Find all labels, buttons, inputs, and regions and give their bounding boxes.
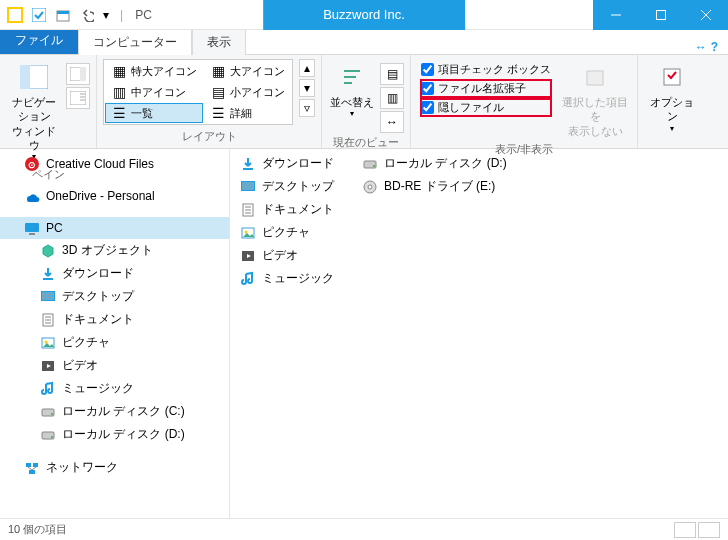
svg-point-56: [373, 165, 375, 167]
svg-rect-10: [20, 65, 30, 89]
nav-tree[interactable]: ⊙Creative Cloud FilesOneDrive - Personal…: [0, 149, 230, 518]
cc-icon: ⊙: [24, 156, 40, 172]
content-label: ピクチャ: [262, 224, 310, 241]
tree-item[interactable]: ネットワーク: [0, 456, 229, 479]
checkbox-icon[interactable]: [421, 101, 434, 114]
chevron-down-icon: ▾: [350, 109, 354, 119]
tree-item[interactable]: 3D オブジェクト: [0, 239, 229, 262]
tree-label: ローカル ディスク (C:): [62, 403, 185, 420]
disk-icon: [40, 427, 56, 443]
doc-icon: [240, 202, 256, 218]
tree-label: OneDrive - Personal: [46, 189, 155, 203]
svg-point-37: [51, 413, 53, 415]
bd-icon: [362, 179, 378, 195]
options-label: オプション: [646, 95, 698, 124]
preview-pane-button[interactable]: [66, 63, 90, 85]
content-item[interactable]: ピクチャ: [240, 224, 334, 241]
expand-ribbon-icon[interactable]: ↔: [695, 40, 707, 54]
content-item[interactable]: ビデオ: [240, 247, 334, 264]
svg-rect-12: [80, 67, 86, 81]
layout-gallery[interactable]: ▦特大アイコン ▦大アイコン ▥中アイコン ▤小アイコン ☰一覧 ☰詳細: [103, 59, 293, 125]
tree-label: ミュージック: [62, 380, 134, 397]
sort-label: 並べ替え: [330, 95, 374, 109]
content-label: ダウンロード: [262, 155, 334, 172]
qat-undo-icon[interactable]: [76, 4, 98, 26]
checkbox-icon[interactable]: [421, 82, 434, 95]
add-columns-button[interactable]: ▥: [380, 87, 404, 109]
tree-label: Creative Cloud Files: [46, 157, 154, 171]
chk-file-extensions[interactable]: ファイル名拡張子: [421, 80, 551, 97]
help-icon[interactable]: ?: [711, 40, 718, 54]
group-show-hide: 項目チェック ボックス ファイル名拡張子 隠しファイル 選択した項目を 表示しな…: [411, 55, 638, 148]
content-pane[interactable]: ダウンロードデスクトップドキュメントピクチャビデオミュージック ローカル ディス…: [230, 149, 728, 518]
maximize-button[interactable]: [638, 0, 683, 30]
svg-rect-41: [33, 463, 38, 467]
tree-item[interactable]: ピクチャ: [0, 331, 229, 354]
chk-hidden-files[interactable]: 隠しファイル: [421, 99, 551, 116]
layout-medium-icons[interactable]: ▥中アイコン: [105, 82, 203, 102]
doc-icon: [40, 312, 56, 328]
music-icon: [40, 381, 56, 397]
tree-item[interactable]: ダウンロード: [0, 262, 229, 285]
layout-xl-icons[interactable]: ▦特大アイコン: [105, 61, 203, 81]
content-item[interactable]: BD-RE ドライブ (E:): [362, 178, 507, 195]
qat-check-icon[interactable]: [28, 4, 50, 26]
quick-access-toolbar: ▾: [0, 4, 116, 26]
video-icon: [40, 358, 56, 374]
group-by-button[interactable]: ▤: [380, 63, 404, 85]
checkbox-icon[interactable]: [421, 63, 434, 76]
qat-dropdown-icon[interactable]: ▾: [100, 4, 112, 26]
music-icon: [240, 271, 256, 287]
layout-scroll-down[interactable]: ▾: [299, 79, 315, 97]
tree-item[interactable]: ローカル ディスク (D:): [0, 423, 229, 446]
sort-button[interactable]: 並べ替え ▾: [328, 59, 376, 122]
tree-item[interactable]: OneDrive - Personal: [0, 185, 229, 207]
layout-more[interactable]: ▿: [299, 99, 315, 117]
help-area[interactable]: ↔ ?: [685, 40, 728, 54]
layout-details[interactable]: ☰詳細: [204, 103, 291, 123]
layout-list[interactable]: ☰一覧: [105, 103, 203, 123]
content-item[interactable]: ローカル ディスク (D:): [362, 155, 507, 172]
content-label: ミュージック: [262, 270, 334, 287]
chk-item-checkboxes[interactable]: 項目チェック ボックス: [421, 61, 551, 78]
layout-scroll-up[interactable]: ▴: [299, 59, 315, 77]
brand-title: Buzzword Inc.: [263, 0, 465, 30]
svg-rect-42: [29, 470, 35, 474]
options-icon: [656, 61, 688, 93]
options-button[interactable]: オプション ▾: [644, 59, 700, 136]
content-item[interactable]: ドキュメント: [240, 201, 334, 218]
hide-selected-label: 選択した項目を 表示しない: [561, 95, 629, 138]
tree-item[interactable]: ドキュメント: [0, 308, 229, 331]
group-layout-label: レイアウト: [103, 127, 315, 146]
tree-item[interactable]: ⊙Creative Cloud Files: [0, 153, 229, 175]
content-item[interactable]: デスクトップ: [240, 178, 334, 195]
layout-small-icons[interactable]: ▤小アイコン: [204, 82, 291, 102]
pic-icon: [40, 335, 56, 351]
tree-item[interactable]: ビデオ: [0, 354, 229, 377]
view-thumb-button[interactable]: [698, 522, 720, 538]
list-icon: ☰: [111, 105, 127, 121]
nav-pane-label: ナビゲーション ウィンドウ: [8, 95, 60, 152]
tree-item[interactable]: デスクトップ: [0, 285, 229, 308]
tree-item[interactable]: PC: [0, 217, 229, 239]
group-current-view: 並べ替え ▾ ▤ ▥ ↔ 現在のビュー: [322, 55, 411, 148]
tab-file[interactable]: ファイル: [0, 27, 78, 54]
body: ⊙Creative Cloud FilesOneDrive - Personal…: [0, 149, 728, 518]
content-item[interactable]: ダウンロード: [240, 155, 334, 172]
close-button[interactable]: [683, 0, 728, 30]
tab-computer[interactable]: コンピューター: [78, 29, 192, 55]
svg-rect-40: [26, 463, 31, 467]
hide-selected-button[interactable]: 選択した項目を 表示しない: [559, 59, 631, 140]
video-icon: [240, 248, 256, 264]
disk-icon: [40, 404, 56, 420]
tree-item[interactable]: ミュージック: [0, 377, 229, 400]
content-item[interactable]: ミュージック: [240, 270, 334, 287]
minimize-button[interactable]: [593, 0, 638, 30]
tab-view[interactable]: 表示: [192, 29, 246, 55]
view-details-button[interactable]: [674, 522, 696, 538]
size-columns-button[interactable]: ↔: [380, 111, 404, 133]
tree-item[interactable]: ローカル ディスク (C:): [0, 400, 229, 423]
qat-newwin-icon[interactable]: [52, 4, 74, 26]
details-pane-button[interactable]: [66, 87, 90, 109]
layout-large-icons[interactable]: ▦大アイコン: [204, 61, 291, 81]
